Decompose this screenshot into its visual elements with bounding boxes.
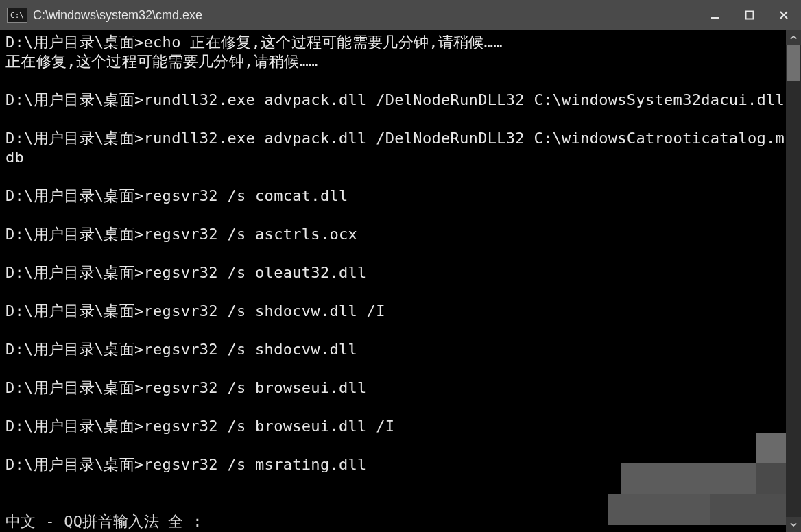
chevron-up-icon: [790, 34, 797, 41]
terminal-command-line: D:\用户目录\桌面>rundll32.exe advpack.dll /Del…: [5, 90, 786, 110]
terminal-command-line: D:\用户目录\桌面>regsvr32 /s browseui.dll /I: [5, 417, 786, 436]
terminal-command-line: D:\用户目录\桌面>regsvr32 /s comcat.dll: [5, 186, 786, 206]
titlebar[interactable]: C:\ C:\windows\system32\cmd.exe: [0, 0, 801, 30]
maximize-icon: [745, 10, 754, 20]
minimize-icon: [710, 10, 720, 20]
svg-rect-1: [746, 12, 754, 19]
terminal-blank-line: [5, 321, 786, 340]
terminal-command-line: D:\用户目录\桌面>regsvr32 /s asctrls.ocx: [5, 225, 786, 244]
terminal-blank-line: [5, 110, 786, 129]
terminal-command-line: D:\用户目录\桌面>echo 正在修复,这个过程可能需要几分钟,请稍候……: [5, 33, 786, 52]
terminal-blank-line: [5, 71, 786, 90]
window-title: C:\windows\system32\cmd.exe: [33, 8, 202, 23]
terminal-blank-line: [5, 206, 786, 225]
scroll-thumb[interactable]: [787, 45, 800, 81]
terminal-command-line: D:\用户目录\桌面>rundll32.exe advpack.dll /Del…: [5, 129, 786, 167]
svg-rect-0: [711, 17, 719, 19]
terminal-output[interactable]: D:\用户目录\桌面>echo 正在修复,这个过程可能需要几分钟,请稍候……正在…: [0, 30, 786, 532]
terminal-command-line: D:\用户目录\桌面>regsvr32 /s shdocvw.dll: [5, 340, 786, 359]
terminal-output-line: 正在修复,这个过程可能需要几分钟,请稍候……: [5, 52, 786, 71]
close-icon: [779, 10, 789, 20]
terminal-command-line: D:\用户目录\桌面>regsvr32 /s oleaut32.dll: [5, 263, 786, 282]
cmd-window: C:\ C:\windows\system32\cmd.exe D:\用户目录\…: [0, 0, 801, 532]
terminal-blank-line: [5, 359, 786, 378]
ime-status: 中文 - QQ拼音输入法 全 :: [5, 513, 202, 531]
chevron-down-icon: [790, 521, 797, 528]
client-area: D:\用户目录\桌面>echo 正在修复,这个过程可能需要几分钟,请稍候……正在…: [0, 30, 801, 532]
terminal-blank-line: [5, 398, 786, 417]
vertical-scrollbar[interactable]: [786, 30, 801, 532]
terminal-blank-line: [5, 167, 786, 186]
maximize-button[interactable]: [732, 0, 767, 30]
scroll-down-button[interactable]: [786, 517, 801, 532]
scroll-track[interactable]: [786, 45, 801, 517]
close-button[interactable]: [767, 0, 801, 30]
terminal-blank-line: [5, 282, 786, 302]
terminal-blank-line: [5, 244, 786, 263]
cmd-icon-text: C:\: [10, 12, 24, 19]
terminal-command-line: D:\用户目录\桌面>regsvr32 /s browseui.dll: [5, 378, 786, 398]
cmd-icon: C:\: [7, 8, 27, 23]
minimize-button[interactable]: [698, 0, 732, 30]
scroll-up-button[interactable]: [786, 30, 801, 45]
terminal-blank-line: [5, 436, 786, 455]
terminal-command-line: D:\用户目录\桌面>regsvr32 /s shdocvw.dll /I: [5, 302, 786, 321]
terminal-command-line: D:\用户目录\桌面>regsvr32 /s msrating.dll: [5, 455, 786, 474]
